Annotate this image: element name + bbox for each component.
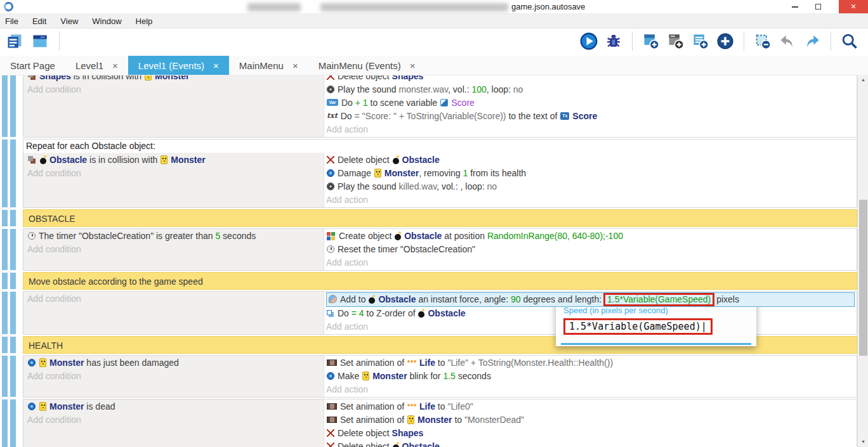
- tab-close-icon[interactable]: ×: [112, 60, 118, 71]
- action-sentence[interactable]: Make Monster blink for 1.5 seconds: [326, 370, 857, 383]
- repeat-event-header[interactable]: Repeat for each Obstacle object:: [23, 139, 857, 153]
- add-event-button[interactable]: [641, 32, 661, 51]
- tab-level1[interactable]: Level1×: [65, 56, 128, 75]
- tab-close-icon[interactable]: ×: [213, 60, 219, 71]
- debug-button[interactable]: [604, 32, 623, 51]
- tab-close-icon[interactable]: ×: [293, 60, 298, 71]
- redacted-title-segment: [247, 3, 301, 11]
- action-sentence[interactable]: VarDo + 1 to scene variable Score: [326, 96, 857, 110]
- text-segment: , loop:: [487, 84, 513, 94]
- add-condition-link[interactable]: Add condition: [27, 167, 324, 180]
- tab-start-page[interactable]: Start Page: [0, 56, 65, 75]
- anim-icon: [327, 360, 337, 366]
- monster-icon: [161, 155, 168, 164]
- text-segment: , vol.: , loop:: [437, 181, 487, 191]
- text-segment: Delete object: [338, 441, 392, 447]
- add-action-link[interactable]: Add action: [326, 256, 857, 269]
- scenevar-icon: [440, 99, 448, 107]
- preview-play-button[interactable]: [579, 32, 598, 51]
- condition-sentence[interactable]: Obstacle is in collision with Monster: [27, 153, 324, 167]
- action-sentence[interactable]: Damage Monster, removing 1 from its heal…: [326, 167, 857, 180]
- menu-item-file[interactable]: File: [5, 16, 18, 26]
- condition-sentence[interactable]: The timer "ObstacleCreation" is greater …: [27, 230, 324, 243]
- comment-block[interactable]: OBSTACLE: [23, 209, 857, 227]
- remove-event-icon: [754, 32, 772, 50]
- action-sentence[interactable]: Add to Obstacle an instant force, angle:…: [328, 293, 853, 306]
- add-action-link[interactable]: Add action: [326, 383, 857, 396]
- project-manager-button[interactable]: [5, 32, 24, 51]
- text-segment: Score: [572, 111, 597, 121]
- add-condition-link[interactable]: Add condition: [27, 413, 324, 427]
- text-segment: to Z-order of: [364, 308, 418, 318]
- text-segment: Monster: [372, 371, 407, 381]
- scroll-down-arrow-icon[interactable]: ▼: [858, 437, 868, 447]
- scroll-up-arrow-icon[interactable]: ▲: [858, 75, 868, 85]
- text-segment: from its health: [468, 168, 526, 178]
- bomb-icon: [393, 158, 399, 164]
- action-sentence[interactable]: Reset the timer "ObstacleCreation": [326, 243, 857, 256]
- delete-icon: [327, 75, 334, 80]
- text-segment: The timer "ObstacleCreation" is greater …: [39, 231, 215, 241]
- delete-icon: [327, 156, 334, 164]
- tab-mainmenu[interactable]: MainMenu×: [229, 56, 308, 75]
- text-segment: , removing: [419, 168, 463, 178]
- txt-icon: txt: [327, 112, 338, 120]
- add-condition-link[interactable]: Add condition: [27, 243, 324, 256]
- tab-level1-events-[interactable]: Level1 (Events)×: [128, 56, 229, 75]
- event-block: Monster has just been damagedAdd conditi…: [23, 355, 857, 398]
- action-sentence[interactable]: Delete object Obstacle: [326, 153, 857, 167]
- action-sentence[interactable]: Play the sound monster.wav, vol.: 100, l…: [326, 83, 857, 96]
- add-subevent-button[interactable]: [666, 32, 685, 51]
- menu-item-window[interactable]: Window: [92, 16, 121, 26]
- add-condition-link[interactable]: Add condition: [27, 370, 324, 383]
- action-sentence[interactable]: Play the sound killed.wav, vol.: , loop:…: [326, 180, 857, 193]
- action-sentence[interactable]: txtDo = "Score: " + ToString(Variable(Sc…: [326, 110, 857, 123]
- text-segment: Set animation of: [340, 415, 407, 425]
- action-sentence[interactable]: Delete object Shapes: [326, 427, 857, 440]
- comment-block[interactable]: Move obstacle according to the game spee…: [23, 272, 857, 290]
- action-sentence[interactable]: Set animation of Life to "Life" + ToStri…: [326, 356, 857, 370]
- add-condition-link[interactable]: Add condition: [27, 292, 324, 306]
- menu-item-edit[interactable]: Edit: [32, 16, 46, 26]
- minimize-button[interactable]: [786, 0, 805, 13]
- delete-icon: [327, 429, 334, 437]
- action-sentence[interactable]: Set animation of Monster to "MonsterDead…: [326, 413, 857, 427]
- bomb-icon: [395, 234, 401, 240]
- conditions-column: Shapes is in collision with MonsterAdd c…: [23, 75, 324, 137]
- condition-sentence[interactable]: Monster is dead: [27, 400, 324, 413]
- text-segment: Delete object: [338, 75, 392, 81]
- search-button[interactable]: [840, 32, 859, 51]
- scrollbar-thumb[interactable]: [859, 200, 867, 356]
- add-circle-event-button[interactable]: [716, 32, 735, 51]
- scene-editor-button[interactable]: [30, 32, 49, 51]
- gdevelop-window: game.json.autosave × FileEditViewWindowH…: [0, 0, 868, 447]
- menu-item-view[interactable]: View: [60, 16, 78, 26]
- monster-icon: [145, 75, 152, 81]
- condition-sentence[interactable]: Monster has just been damaged: [27, 356, 324, 370]
- remove-event-button[interactable]: [753, 32, 772, 51]
- redo-button[interactable]: [803, 32, 822, 51]
- tab-mainmenu-events-[interactable]: MainMenu (Events)×: [308, 56, 426, 75]
- add-action-link[interactable]: Add action: [326, 193, 857, 207]
- action-sentence[interactable]: Create object Obstacle at position Rando…: [326, 230, 857, 243]
- maximize-button[interactable]: [808, 0, 827, 13]
- tab-close-icon[interactable]: ×: [410, 60, 416, 71]
- action-sentence[interactable]: Delete object Shapes: [326, 75, 857, 83]
- actions-column: Set animation of Life to "Life0"Set anim…: [324, 399, 857, 447]
- app-logo-icon: [4, 2, 13, 11]
- add-condition-link[interactable]: Add condition: [27, 83, 324, 96]
- add-comment-button[interactable]: [691, 32, 710, 51]
- condition-sentence[interactable]: Shapes is in collision with Monster: [27, 75, 324, 83]
- selected-action-row[interactable]: Add to Obstacle an instant force, angle:…: [326, 292, 855, 307]
- action-sentence[interactable]: Set animation of Life to "Life0": [326, 400, 857, 413]
- var-icon: Var: [327, 99, 338, 106]
- text-segment: is in collision with: [71, 75, 144, 81]
- close-button[interactable]: ×: [839, 0, 868, 13]
- add-action-link[interactable]: Add action: [326, 123, 857, 136]
- expression-input[interactable]: 1.5*Variable(GameSpeed): [569, 321, 701, 332]
- menu-item-help[interactable]: Help: [136, 16, 153, 26]
- parameter-label: Speed (in pixels per second): [563, 306, 749, 315]
- event-row: Shapes is in collision with MonsterAdd c…: [23, 75, 857, 137]
- undo-button[interactable]: [778, 32, 797, 51]
- action-sentence[interactable]: Delete object Obstacle: [326, 440, 857, 447]
